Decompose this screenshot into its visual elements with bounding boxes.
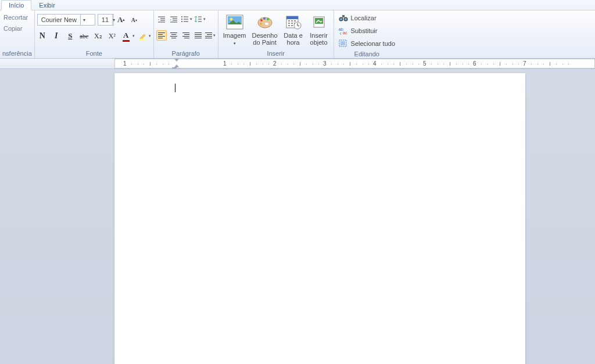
insert-image-button[interactable]: Imagem▾: [221, 12, 249, 47]
ruler-number: 1: [223, 60, 227, 67]
ruler-number: 3: [323, 60, 327, 67]
document-workspace: [0, 69, 595, 364]
svg-point-6: [230, 18, 232, 21]
group-font: Courier New ▾ 11 ▾ A▴ A▾ N I S abc: [35, 10, 154, 58]
svg-point-3: [181, 21, 182, 22]
align-center-icon: [170, 33, 177, 38]
svg-point-10: [263, 17, 266, 20]
svg-rect-22: [342, 15, 345, 17]
group-paragraph: ▾ ▾: [154, 10, 218, 58]
tab-home[interactable]: Início: [1, 0, 31, 10]
grow-font-icon: A: [117, 15, 123, 24]
chevron-down-icon: ▾: [148, 34, 151, 38]
insert-datetime-label: Data e hora: [284, 32, 302, 46]
select-all-button[interactable]: Selecionar tudo: [336, 37, 397, 50]
outdent-icon: [157, 15, 166, 23]
chevron-down-icon: ▾: [202, 17, 206, 21]
increase-indent-button[interactable]: [169, 14, 179, 24]
highlight-button[interactable]: ▾: [138, 31, 151, 41]
align-left-button[interactable]: [156, 30, 167, 41]
highlight-icon: [138, 31, 148, 41]
svg-rect-0: [139, 39, 145, 40]
align-justify-icon: [195, 33, 202, 38]
tab-view[interactable]: Exibir: [31, 0, 63, 10]
copy-button[interactable]: Copiar: [3, 24, 28, 33]
indent-icon: [170, 15, 178, 23]
group-clipboard: Recortar Copiar nsferência: [0, 10, 35, 58]
group-label-clipboard: nsferência: [2, 49, 32, 58]
list-icon: [181, 15, 189, 23]
svg-point-9: [260, 19, 263, 21]
document-page[interactable]: [114, 73, 525, 364]
paint-icon: [256, 13, 274, 31]
insert-object-button[interactable]: Inserir objeto: [307, 12, 331, 47]
ribbon: Recortar Copiar nsferência Courier New ▾…: [0, 10, 595, 59]
group-insert: Imagem▾ Desenho do Paint Data e hora Ins…: [218, 10, 334, 58]
svg-point-21: [345, 18, 347, 20]
svg-point-20: [340, 18, 342, 20]
ribbon-tabs: Início Exibir: [0, 0, 595, 10]
strikethrough-button[interactable]: abc: [79, 31, 89, 41]
ruler-number: 4: [373, 60, 377, 67]
text-cursor: [175, 84, 175, 92]
font-size-select[interactable]: 11 ▾: [98, 14, 114, 26]
align-right-button[interactable]: [181, 30, 191, 41]
paragraph-icon: [205, 33, 212, 38]
subscript-button[interactable]: X₂: [93, 31, 103, 41]
chevron-down-icon: ▾: [131, 34, 135, 38]
align-justify-button[interactable]: [193, 30, 203, 41]
font-family-value: Courier New: [38, 16, 80, 23]
chevron-down-icon: ▾: [189, 17, 192, 21]
replace-label: Substituir: [351, 27, 378, 34]
underline-button[interactable]: S: [65, 31, 76, 41]
decrease-indent-button[interactable]: [156, 14, 167, 24]
insert-paint-label: Desenho do Paint: [252, 32, 278, 46]
shrink-font-icon: A: [131, 17, 135, 23]
select-all-icon: [339, 39, 348, 48]
ruler-number: 7: [523, 60, 526, 67]
chevron-down-icon: ▾: [112, 15, 115, 25]
align-center-button[interactable]: [169, 30, 179, 41]
image-icon: [225, 13, 244, 31]
insert-datetime-button[interactable]: Data e hora: [281, 12, 306, 47]
font-size-value: 11: [98, 16, 112, 23]
horizontal-ruler[interactable]: 11234567: [0, 59, 595, 69]
font-color-icon: A: [121, 30, 131, 41]
align-right-icon: [182, 33, 189, 38]
chevron-down-icon: ▾: [80, 15, 88, 25]
cut-button[interactable]: Recortar: [3, 13, 28, 22]
font-color-swatch: [123, 40, 130, 42]
grow-font-button[interactable]: A▴: [116, 15, 127, 25]
replace-icon: abac: [339, 26, 348, 35]
paragraph-indent-button[interactable]: ▾: [205, 30, 216, 41]
ruler-number: 6: [473, 60, 476, 67]
svg-text:ac: ac: [343, 31, 347, 35]
ruler-number: 2: [273, 60, 277, 67]
line-spacing-icon: [194, 15, 202, 23]
svg-rect-14: [286, 16, 298, 19]
chevron-down-icon: ▾: [212, 33, 216, 38]
italic-button[interactable]: I: [51, 31, 62, 41]
group-label-insert: Inserir: [221, 49, 331, 58]
find-label: Localizar: [351, 15, 377, 21]
group-label-font: Fonte: [37, 49, 151, 58]
bold-button[interactable]: N: [37, 31, 48, 41]
font-family-select[interactable]: Courier New ▾: [37, 14, 95, 26]
replace-button[interactable]: abac Substituir: [336, 24, 380, 37]
svg-point-2: [181, 19, 182, 20]
insert-object-label: Inserir objeto: [310, 32, 328, 46]
list-button[interactable]: ▾: [181, 14, 192, 24]
align-left-icon: [158, 33, 165, 38]
select-all-label: Selecionar tudo: [351, 40, 395, 47]
svg-point-1: [181, 16, 182, 17]
shrink-font-button[interactable]: A▾: [129, 15, 139, 25]
ruler-number: 1: [123, 60, 127, 67]
insert-paint-button[interactable]: Desenho do Paint: [250, 12, 280, 47]
find-button[interactable]: Localizar: [336, 12, 379, 24]
superscript-button[interactable]: X²: [107, 31, 117, 41]
font-color-button[interactable]: A ▾: [121, 30, 135, 42]
group-label-paragraph: Parágrafo: [156, 49, 216, 58]
binoculars-icon: [339, 13, 348, 23]
object-icon: [310, 13, 328, 31]
line-spacing-button[interactable]: ▾: [194, 14, 206, 24]
